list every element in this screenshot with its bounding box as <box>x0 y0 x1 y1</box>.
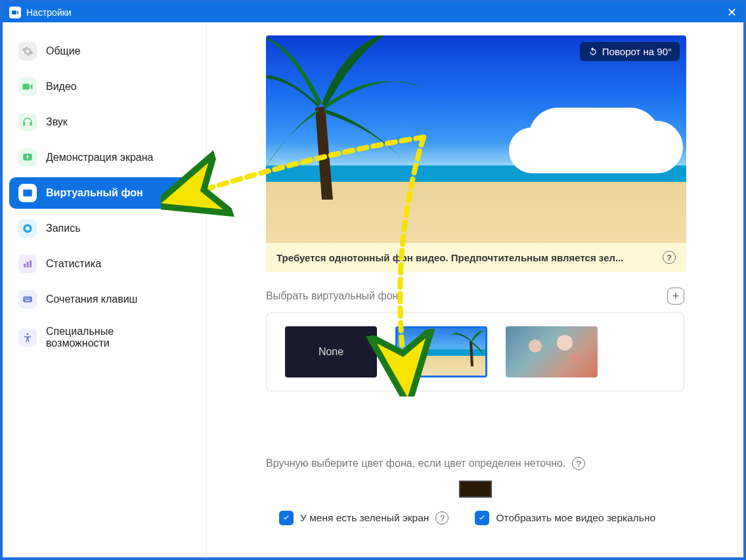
check-icon <box>477 513 487 523</box>
app-icon <box>9 7 21 18</box>
svg-point-16 <box>569 354 580 364</box>
keyboard-icon <box>18 290 37 309</box>
sidebar-item-statistics[interactable]: Статистика <box>9 248 200 280</box>
sidebar-item-label: Статистика <box>46 258 101 270</box>
sidebar-item-label: Сочетания клавиш <box>46 293 137 305</box>
help-icon[interactable]: ? <box>435 511 449 525</box>
sidebar-item-label: Специальные возможности <box>46 326 164 349</box>
stats-icon <box>18 255 37 273</box>
sidebar-item-label: Демонстрация экрана <box>46 152 154 163</box>
thumb-palm-icon <box>451 327 484 366</box>
sidebar: Общие Видео Звук Демонстрация экрана <box>3 22 206 557</box>
sidebar-item-label: Виртуальный фон <box>46 187 143 199</box>
checkbox-row: У меня есть зеленый экран ? Отобразить м… <box>279 511 684 525</box>
titlebar-left: Настройки <box>9 7 72 18</box>
sidebar-item-accessibility[interactable]: Специальные возможности <box>9 319 200 356</box>
svg-rect-6 <box>27 262 29 267</box>
thumb-flower-shapes <box>506 326 598 377</box>
background-thumb-none[interactable]: None <box>285 326 377 377</box>
background-thumbnails: None <box>266 312 684 391</box>
swatch-row <box>266 481 684 498</box>
svg-rect-12 <box>25 300 30 301</box>
svg-rect-5 <box>24 264 26 267</box>
video-preview: Поворот на 90° Требуется однотонный фон … <box>266 35 686 272</box>
color-pick-label: Вручную выберите цвет фона, если цвет оп… <box>266 458 565 469</box>
main-panel: Поворот на 90° Требуется однотонный фон … <box>206 22 743 557</box>
help-icon[interactable]: ? <box>572 457 585 470</box>
color-swatch[interactable] <box>459 481 492 498</box>
warning-bar: Требуется однотонный фон видео. Предпочт… <box>266 243 686 272</box>
svg-rect-11 <box>29 298 30 299</box>
green-screen-checkbox-item: У меня есть зеленый экран ? <box>279 511 449 525</box>
thumb-none-label: None <box>318 346 343 358</box>
svg-point-4 <box>26 226 30 230</box>
sidebar-item-video[interactable]: Видео <box>9 71 200 102</box>
share-screen-icon <box>18 148 37 167</box>
backgrounds-header: Выбрать виртуальный фон + <box>266 288 684 305</box>
green-screen-checkbox[interactable] <box>279 511 294 525</box>
mirror-checkbox[interactable] <box>475 511 489 525</box>
svg-rect-9 <box>25 298 26 299</box>
color-section: Вручную выберите цвет фона, если цвет оп… <box>266 457 684 525</box>
sidebar-item-label: Общие <box>46 45 81 57</box>
settings-window: Настройки ✕ Общие Видео Звук <box>0 0 746 560</box>
background-thumb-flowers[interactable] <box>506 326 598 377</box>
mirror-checkbox-item: Отобразить мое видео зеркально <box>475 511 655 525</box>
svg-point-13 <box>27 333 29 335</box>
help-icon[interactable]: ? <box>663 251 676 264</box>
background-icon <box>18 184 37 202</box>
svg-rect-10 <box>27 298 28 299</box>
titlebar: Настройки ✕ <box>3 3 743 22</box>
close-button[interactable]: ✕ <box>727 7 737 18</box>
svg-point-15 <box>557 335 573 351</box>
sidebar-item-label: Видео <box>46 81 77 93</box>
preview-cloud <box>529 108 660 167</box>
add-background-button[interactable]: + <box>667 288 684 305</box>
svg-rect-8 <box>23 297 32 303</box>
rotate-button[interactable]: Поворот на 90° <box>580 42 680 61</box>
color-pick-label-row: Вручную выберите цвет фона, если цвет оп… <box>266 457 684 470</box>
background-thumb-beach[interactable] <box>395 326 487 377</box>
sidebar-item-general[interactable]: Общие <box>9 35 200 67</box>
rotate-button-label: Поворот на 90° <box>602 46 672 57</box>
check-icon <box>282 513 291 523</box>
svg-rect-7 <box>30 261 32 268</box>
body: Общие Видео Звук Демонстрация экрана <box>3 22 743 557</box>
warning-text: Требуется однотонный фон видео. Предпочт… <box>276 252 624 263</box>
sidebar-item-label: Звук <box>46 116 68 128</box>
video-icon <box>18 77 37 96</box>
svg-point-2 <box>25 192 27 194</box>
rotate-icon <box>588 47 598 57</box>
headphones-icon <box>18 113 37 131</box>
sidebar-item-label: Запись <box>46 223 81 234</box>
sidebar-item-audio[interactable]: Звук <box>9 106 200 138</box>
accessibility-icon <box>18 328 37 347</box>
preview-palm <box>266 35 437 200</box>
mirror-label: Отобразить мое видео зеркально <box>496 512 655 524</box>
sidebar-item-shortcuts[interactable]: Сочетания клавиш <box>9 284 200 315</box>
window-title: Настройки <box>26 7 72 18</box>
sidebar-item-virtual-background[interactable]: Виртуальный фон <box>9 177 200 209</box>
sidebar-item-recording[interactable]: Запись <box>9 213 200 244</box>
sidebar-item-screenshare[interactable]: Демонстрация экрана <box>9 142 200 173</box>
backgrounds-title: Выбрать виртуальный фон <box>266 290 398 302</box>
svg-point-14 <box>529 339 542 353</box>
gear-icon <box>18 42 37 60</box>
record-icon <box>18 219 37 238</box>
green-screen-label: У меня есть зеленый экран <box>300 512 429 524</box>
